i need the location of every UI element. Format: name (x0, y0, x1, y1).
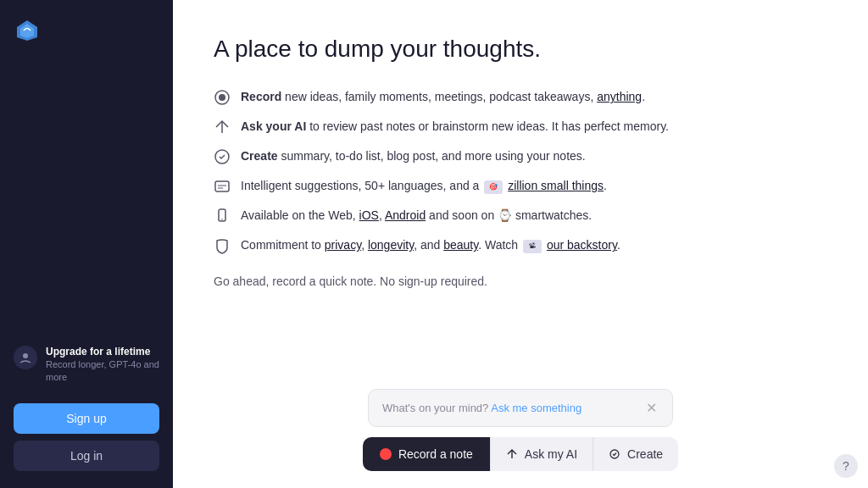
record-dot-icon (380, 448, 392, 460)
svg-point-6 (221, 219, 223, 221)
feature-text-available: Available on the Web, iOS, Android and s… (241, 207, 592, 225)
logo (14, 17, 159, 44)
record-note-button[interactable]: Record a note (363, 437, 490, 471)
close-button[interactable]: ✕ (644, 400, 659, 416)
record-button-label: Record a note (398, 447, 473, 461)
svg-point-2 (219, 94, 225, 101)
mobile-icon (214, 208, 231, 225)
svg-point-0 (23, 353, 28, 358)
list-item: Record new ideas, family moments, meetin… (214, 88, 827, 106)
help-button[interactable]: ? (834, 454, 858, 478)
record-icon (214, 89, 231, 106)
create-sparkle-icon (609, 448, 620, 460)
list-item: Create summary, to-do list, blog post, a… (214, 147, 827, 165)
go-ahead-text: Go ahead, record a quick note. No sign-u… (214, 274, 827, 288)
upgrade-box: Upgrade for a lifetime Record longer, GP… (14, 339, 159, 390)
upgrade-avatar (14, 346, 37, 369)
logo-icon (14, 17, 41, 44)
suggestions-icon (214, 178, 231, 195)
create-button-label: Create (627, 447, 663, 461)
backstory-img: 📽 (523, 240, 542, 253)
feature-text-suggestions: Intelligent suggestions, 50+ languages, … (241, 177, 607, 195)
create-icon (214, 148, 231, 165)
login-button[interactable]: Log in (14, 441, 159, 471)
ask-me-link[interactable]: Ask me something (491, 402, 581, 414)
upgrade-title: Upgrade for a lifetime (46, 346, 159, 359)
ask-ai-button[interactable]: Ask my AI (490, 437, 593, 471)
feature-text-record: Record new ideas, family moments, meetin… (241, 88, 645, 106)
svg-rect-4 (215, 181, 229, 191)
features-list: Record new ideas, family moments, meetin… (214, 88, 827, 254)
ask-button-label: Ask my AI (525, 447, 577, 461)
list-item: Ask your AI to review past notes or brai… (214, 118, 827, 136)
list-item: Commitment to privacy, longevity, and be… (214, 236, 827, 254)
list-item: Available on the Web, iOS, Android and s… (214, 207, 827, 225)
upgrade-text: Upgrade for a lifetime Record longer, GP… (46, 346, 159, 383)
ask-arrow-icon (506, 448, 518, 460)
sidebar-bottom: Upgrade for a lifetime Record longer, GP… (14, 339, 159, 471)
list-item: Intelligent suggestions, 50+ languages, … (214, 177, 827, 195)
feature-text-askai: Ask your AI to review past notes or brai… (241, 118, 669, 136)
bottom-bar: What's on your mind? Ask me something ✕ … (214, 389, 827, 471)
input-placeholder-text: What's on your mind? Ask me something (382, 402, 581, 414)
ask-ai-icon (214, 119, 231, 136)
upgrade-subtitle: Record longer, GPT-4o and more (46, 358, 159, 383)
action-buttons: Record a note Ask my AI Create (363, 437, 678, 471)
feature-text-create: Create summary, to-do list, blog post, a… (241, 147, 586, 165)
emoji-inline: 🎯 (484, 180, 503, 194)
create-button[interactable]: Create (593, 437, 678, 471)
feature-text-commitment: Commitment to privacy, longevity, and be… (241, 236, 620, 254)
privacy-icon (214, 237, 231, 254)
hero-title: A place to dump your thoughts. (214, 34, 827, 64)
input-bar[interactable]: What's on your mind? Ask me something ✕ (368, 389, 673, 427)
signup-button[interactable]: Sign up (14, 403, 159, 434)
main-content: A place to dump your thoughts. Record ne… (173, 0, 868, 488)
sidebar: Upgrade for a lifetime Record longer, GP… (0, 0, 173, 488)
